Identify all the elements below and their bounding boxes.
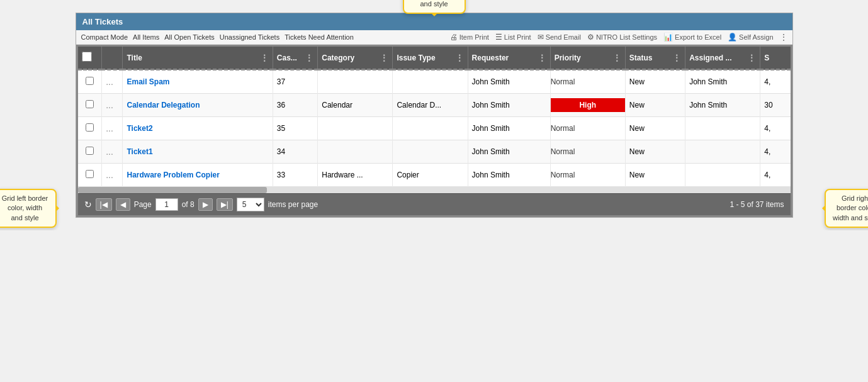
row-requester-cell: John Smith <box>468 140 550 164</box>
page-label: Page <box>134 200 152 209</box>
send-email-button[interactable]: ✉ Send Email <box>538 33 581 42</box>
priority-high-badge: High <box>551 98 625 112</box>
prev-page-button[interactable]: ◀ <box>116 198 130 211</box>
select-all-checkbox[interactable] <box>82 52 92 62</box>
row-dots-cell: ... <box>102 164 123 187</box>
table-row: ... Hardware Problem Copier 33 Hardware … <box>78 164 791 187</box>
row-status-cell: New <box>625 140 685 164</box>
tickets-table: Title ⋮ Cas... ⋮ Categor <box>78 47 791 187</box>
all-open-tickets-link[interactable]: All Open Tickets <box>164 33 214 41</box>
more-options-icon[interactable]: ⋮ <box>780 33 787 42</box>
table-row: ... Email Spam 37 John Smith Normal New … <box>78 70 791 94</box>
status-col-menu[interactable]: ⋮ <box>672 53 681 63</box>
row-priority-cell: Normal <box>550 117 625 140</box>
row-assigned-cell: John Smith <box>685 70 760 94</box>
row-checkbox-cell <box>78 164 102 187</box>
row-status-cell: New <box>625 94 685 117</box>
table-header-row: Title ⋮ Cas... ⋮ Categor <box>78 47 791 69</box>
row-category-cell <box>318 140 393 164</box>
compact-mode-link[interactable]: Compact Mode <box>81 33 128 41</box>
priority-normal-label: Normal <box>551 77 575 86</box>
row-priority-cell: Normal <box>550 70 625 94</box>
ticket-link[interactable]: Hardware Problem Copier <box>127 171 219 179</box>
refresh-button[interactable]: ↻ <box>84 199 92 210</box>
ticket-link[interactable]: Ticket1 <box>127 147 152 156</box>
row-issue-type-cell: Calendar D... <box>393 94 468 117</box>
list-print-button[interactable]: ☰ List Print <box>495 33 531 42</box>
row-requester-cell: John Smith <box>468 94 550 117</box>
row-status-cell: New <box>625 164 685 187</box>
row-case-cell: 35 <box>273 117 317 140</box>
email-icon: ✉ <box>538 33 544 42</box>
tickets-need-attention-link[interactable]: Tickets Need Attention <box>285 33 354 41</box>
header-case: Cas... ⋮ <box>273 47 317 69</box>
header-requester: Requester ⋮ <box>468 47 550 69</box>
assigned-col-menu[interactable]: ⋮ <box>747 53 756 63</box>
first-page-button[interactable]: |◀ <box>96 198 112 211</box>
items-per-page-select[interactable]: 5 10 25 50 <box>237 198 264 211</box>
row-context-menu[interactable]: ... <box>106 77 113 87</box>
horizontal-scrollbar[interactable] <box>78 187 791 193</box>
annotation-left: Grid left border color, width and style <box>0 189 57 228</box>
row-checkbox-cell <box>78 117 102 140</box>
row-checkbox[interactable] <box>86 77 94 85</box>
row-dots-cell: ... <box>102 94 123 117</box>
header-checkbox-col <box>78 47 102 69</box>
table-row: ... Calendar Delegation 36 Calendar Cale… <box>78 94 791 117</box>
ticket-link[interactable]: Email Spam <box>127 77 169 86</box>
header-status: Status ⋮ <box>625 47 685 69</box>
row-dots-cell: ... <box>102 70 123 94</box>
ticket-link[interactable]: Ticket2 <box>127 124 152 133</box>
row-checkbox[interactable] <box>86 147 94 155</box>
row-checkbox[interactable] <box>86 123 94 132</box>
toolbar: Compact Mode All Items All Open Tickets … <box>76 30 792 45</box>
requester-col-menu[interactable]: ⋮ <box>538 53 546 63</box>
category-col-menu[interactable]: ⋮ <box>380 53 388 63</box>
ticket-link[interactable]: Calendar Delegation <box>127 101 200 110</box>
export-excel-button[interactable]: 📊 Export to Excel <box>663 33 721 42</box>
row-category-cell <box>318 117 393 140</box>
data-grid: Title ⋮ Cas... ⋮ Categor <box>76 45 792 217</box>
next-page-button[interactable]: ▶ <box>198 198 213 211</box>
priority-col-menu[interactable]: ⋮ <box>612 53 621 63</box>
excel-icon: 📊 <box>663 33 673 42</box>
row-priority-cell: Normal <box>550 140 625 164</box>
list-print-icon: ☰ <box>495 33 502 42</box>
row-dots-cell: ... <box>102 140 123 164</box>
page-summary: 1 - 5 of 37 items <box>730 200 784 209</box>
item-print-button[interactable]: 🖨 Item Print <box>450 33 489 42</box>
row-context-menu[interactable]: ... <box>106 170 113 180</box>
self-assign-button[interactable]: 👤 Self Assign <box>728 33 773 42</box>
row-context-menu[interactable]: ... <box>106 100 113 110</box>
row-extra-cell: 4, <box>760 117 791 140</box>
items-per-page-label: items per page <box>268 200 318 209</box>
nitro-settings-button[interactable]: ⚙ NITRO List Settings <box>587 33 657 42</box>
all-items-link[interactable]: All Items <box>133 33 159 41</box>
row-assigned-cell: John Smith <box>685 94 760 117</box>
row-category-cell <box>318 70 393 94</box>
last-page-button[interactable]: ▶| <box>217 198 233 211</box>
page-number-input[interactable] <box>155 198 178 211</box>
row-extra-cell: 4, <box>760 164 791 187</box>
total-pages-label: of 8 <box>182 200 194 209</box>
annotation-top: Grid top border color, width and style <box>403 0 466 14</box>
title-col-menu[interactable]: ⋮ <box>260 53 269 63</box>
case-col-menu[interactable]: ⋮ <box>305 53 313 63</box>
row-issue-type-cell <box>393 70 468 94</box>
row-title-cell: Calendar Delegation <box>123 94 273 117</box>
nitro-icon: ⚙ <box>587 33 594 42</box>
row-checkbox[interactable] <box>86 100 94 108</box>
panel-title: All Tickets <box>82 17 123 26</box>
grid-footer: ↻ |◀ ◀ Page of 8 ▶ ▶| 5 10 25 50 items p… <box>78 193 791 215</box>
row-assigned-cell <box>685 164 760 187</box>
row-checkbox[interactable] <box>86 170 94 178</box>
row-context-menu[interactable]: ... <box>106 123 113 133</box>
row-checkbox-cell <box>78 140 102 164</box>
header-issue-type: Issue Type ⋮ <box>393 47 468 69</box>
self-assign-icon: 👤 <box>728 33 737 42</box>
row-context-menu[interactable]: ... <box>106 147 113 157</box>
unassigned-tickets-link[interactable]: Unassigned Tickets <box>220 33 279 41</box>
header-category: Category ⋮ <box>318 47 393 69</box>
issue-type-col-menu[interactable]: ⋮ <box>455 53 464 63</box>
row-case-cell: 34 <box>273 140 317 164</box>
